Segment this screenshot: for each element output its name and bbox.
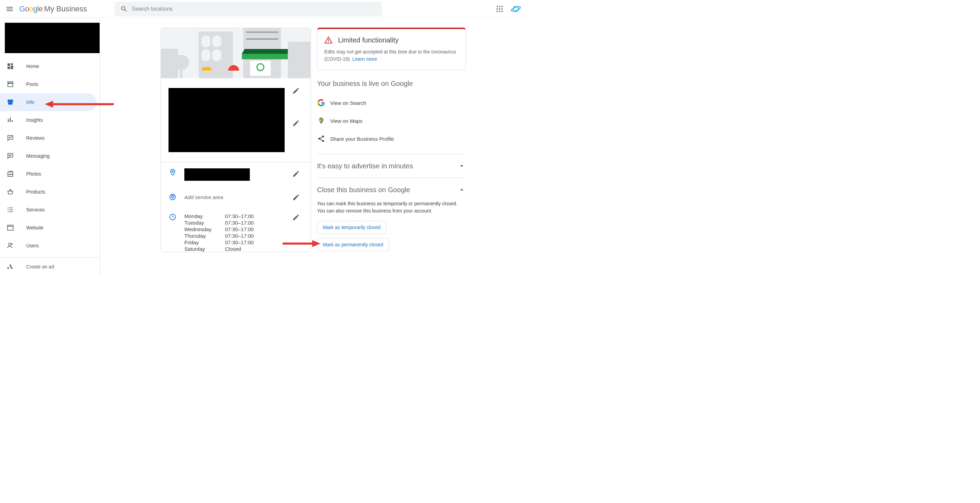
sidebar-item-info[interactable]: Info xyxy=(0,93,97,111)
svg-rect-26 xyxy=(246,38,278,40)
advertise-expander[interactable]: It's easy to advertise in minutes xyxy=(317,160,466,171)
svg-point-6 xyxy=(496,11,498,12)
mark-permanently-closed-button[interactable]: Mark as permanently closed xyxy=(317,238,389,251)
svg-rect-30 xyxy=(288,42,310,78)
svg-point-14 xyxy=(8,211,9,212)
sidebar-item-label: Website xyxy=(26,225,43,230)
right-column: Limited functionality Edits may not get … xyxy=(317,27,466,276)
hours-time: 07:30–17:00 xyxy=(225,213,254,219)
svg-point-1 xyxy=(499,6,500,7)
share-icon xyxy=(317,134,325,143)
sidebar-item-photos[interactable]: Photos xyxy=(0,165,97,183)
svg-point-10 xyxy=(511,5,521,12)
hours-day: Tuesday xyxy=(185,220,225,226)
address-redacted xyxy=(185,168,250,181)
hours-time: 07:30–17:00 xyxy=(225,220,254,226)
dashboard-icon xyxy=(6,62,14,70)
hours-day: Wednesday xyxy=(185,226,225,232)
info-card: Add service area Monday07:30–17:00 Tuesd… xyxy=(161,27,311,252)
alert-title: Limited functionality xyxy=(338,36,399,44)
edit-hours-button[interactable] xyxy=(289,211,303,224)
search-icon xyxy=(120,5,128,13)
edit-service-area-button[interactable] xyxy=(289,190,303,204)
location-row xyxy=(161,162,310,187)
svg-point-13 xyxy=(8,209,9,211)
hours-time: 07:30–17:00 xyxy=(225,226,254,232)
logo[interactable]: Google My Business xyxy=(19,5,87,13)
search-box[interactable] xyxy=(115,2,382,16)
alert-body: Edits may not get accepted at this time … xyxy=(324,48,459,63)
sidebar-item-products[interactable]: Products xyxy=(0,183,97,201)
search-input[interactable] xyxy=(132,6,377,12)
hours-time: 07:30–17:00 xyxy=(225,240,254,245)
sidebar-item-create-ad[interactable]: Create an ad xyxy=(0,258,97,276)
sidebar-item-label: Services xyxy=(26,207,45,212)
edit-category-button[interactable] xyxy=(289,116,303,130)
sidebar-item-users[interactable]: Users xyxy=(0,237,97,255)
hours-time: Closed xyxy=(225,246,254,252)
mark-temporarily-closed-button[interactable]: Mark as temporarily closed xyxy=(317,221,386,234)
chevron-up-icon xyxy=(458,185,466,194)
sidebar-item-website[interactable]: Website xyxy=(0,219,97,237)
svg-point-40 xyxy=(318,138,320,140)
photos-icon xyxy=(6,170,14,178)
sidebar-item-label: Posts xyxy=(26,81,38,87)
store-icon xyxy=(6,98,14,106)
users-icon xyxy=(6,241,14,250)
sidebar-item-insights[interactable]: Insights xyxy=(0,111,97,129)
hours-day: Saturday xyxy=(185,246,225,252)
sidebar-item-services[interactable]: Services xyxy=(0,201,97,219)
share-profile-label: Share your Business Profile xyxy=(330,136,394,142)
svg-point-37 xyxy=(328,42,329,42)
sidebar-item-posts[interactable]: Posts xyxy=(0,75,97,93)
sidebar-item-label: Messaging xyxy=(26,153,49,159)
bar-chart-icon xyxy=(6,116,14,124)
svg-rect-28 xyxy=(250,61,271,76)
learn-more-link[interactable]: Learn more xyxy=(353,56,377,62)
svg-point-7 xyxy=(499,11,500,12)
web-icon xyxy=(6,224,14,232)
apps-grid-icon[interactable] xyxy=(495,5,504,13)
svg-point-3 xyxy=(496,8,498,10)
close-business-desc: You can mark this business as temporaril… xyxy=(317,200,466,215)
top-bar: Google My Business xyxy=(0,0,527,18)
basket-icon xyxy=(6,188,14,196)
edit-name-button[interactable] xyxy=(289,84,303,97)
view-on-maps-row[interactable]: View on Maps xyxy=(317,112,466,130)
planet-icon[interactable] xyxy=(511,4,521,14)
live-title: Your business is live on Google xyxy=(317,80,466,88)
clock-icon xyxy=(169,213,177,252)
share-profile-row[interactable]: Share your Business Profile xyxy=(317,130,466,148)
pin-icon xyxy=(169,168,177,176)
warning-icon xyxy=(324,36,332,44)
sidebar-item-label: Create an ad xyxy=(26,264,54,270)
close-business-expander[interactable]: Close this business on Google xyxy=(317,184,466,195)
sidebar-item-label: Home xyxy=(26,64,39,69)
svg-rect-15 xyxy=(8,225,13,230)
edit-address-button[interactable] xyxy=(289,167,303,181)
advertise-title: It's easy to advertise in minutes xyxy=(317,162,413,170)
sidebar-item-label: Users xyxy=(26,243,39,248)
sidebar-item-home[interactable]: Home xyxy=(0,57,97,75)
menu-icon[interactable] xyxy=(5,5,14,13)
svg-point-39 xyxy=(322,136,324,138)
close-business-title: Close this business on Google xyxy=(317,186,410,194)
svg-point-8 xyxy=(501,11,503,12)
google-g-icon xyxy=(317,99,325,107)
svg-rect-20 xyxy=(201,35,210,47)
business-title-redacted xyxy=(169,88,285,152)
ads-icon xyxy=(6,262,14,271)
sidebar-item-messaging[interactable]: Messaging xyxy=(0,147,97,165)
alert-card: Limited functionality Edits may not get … xyxy=(317,27,466,70)
maps-pin-icon xyxy=(317,117,325,125)
svg-point-4 xyxy=(499,8,500,10)
svg-rect-22 xyxy=(201,50,210,61)
svg-point-35 xyxy=(172,196,173,197)
view-on-search-row[interactable]: View on Search xyxy=(317,94,466,112)
sidebar-item-reviews[interactable]: Reviews xyxy=(0,129,97,147)
hours-grid: Monday07:30–17:00 Tuesday07:30–17:00 Wed… xyxy=(185,213,254,252)
hours-row: Monday07:30–17:00 Tuesday07:30–17:00 Wed… xyxy=(161,207,310,252)
svg-point-0 xyxy=(496,6,498,7)
service-area-placeholder: Add service area xyxy=(185,194,223,200)
svg-point-12 xyxy=(8,208,9,208)
